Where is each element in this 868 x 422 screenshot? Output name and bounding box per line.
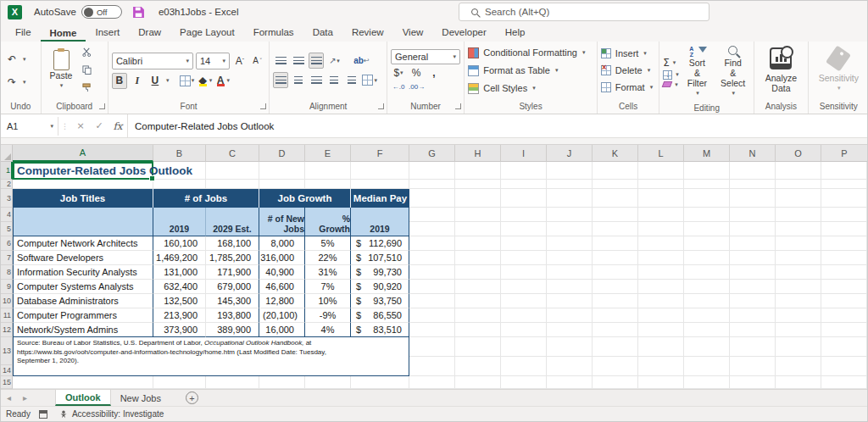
empty-cells[interactable] [409, 280, 868, 294]
cell-2029[interactable]: 389,900 [206, 323, 259, 337]
cell[interactable] [305, 162, 351, 180]
tab-formulas[interactable]: Formulas [244, 25, 303, 42]
tab-page-layout[interactable]: Page Layout [170, 25, 244, 42]
redo-button[interactable]: ↷ [4, 74, 19, 90]
search-input[interactable]: Search (Alt+Q) [459, 3, 709, 21]
cell-job-title[interactable]: Computer Network Architects [13, 236, 153, 251]
save-icon[interactable] [132, 6, 145, 19]
sheet-prev-icon[interactable]: ◂ [1, 393, 17, 403]
subheader-empty[interactable] [13, 208, 153, 236]
format-as-table-button[interactable]: Format as Table▾ [468, 62, 585, 79]
tab-home[interactable]: Home [41, 25, 86, 42]
empty-cells[interactable] [409, 294, 868, 308]
number-dialog-launcher[interactable] [455, 103, 461, 109]
cell-pay[interactable]: $90,920 [351, 280, 409, 294]
source-note-cell[interactable]: Source: Bureau of Labor Statistics, U.S.… [13, 337, 409, 376]
paste-button[interactable]: Paste ▾ [45, 48, 78, 92]
row-header-4[interactable]: 4 [1, 208, 13, 222]
sort-filter-button[interactable]: A Z Sort & Filter▾ [682, 44, 712, 100]
cell-growth[interactable]: 22% [305, 251, 351, 265]
undo-button[interactable]: ↶ [4, 51, 19, 67]
grow-font-button[interactable]: Aˆ [232, 53, 248, 69]
decrease-decimal-button[interactable]: .00→ [409, 82, 425, 92]
cell-new-jobs[interactable]: 46,600 [259, 280, 305, 294]
empty-cells[interactable] [409, 162, 868, 180]
subheader-pay-2019[interactable]: 2019 [351, 208, 409, 236]
align-middle-button[interactable] [291, 53, 306, 69]
cell-growth[interactable]: 10% [305, 294, 351, 308]
sheet-tab-new-jobs[interactable]: New Jobs [111, 390, 170, 406]
cell[interactable] [259, 376, 305, 389]
increase-decimal-button[interactable]: ←.0 [391, 82, 406, 92]
align-top-button[interactable] [273, 53, 288, 69]
column-header-o[interactable]: O [776, 145, 821, 162]
cell-2019[interactable]: 632,400 [153, 280, 206, 294]
bold-button[interactable]: B [112, 73, 127, 89]
clear-button[interactable]: ▾ [663, 81, 679, 88]
cell-2019[interactable]: 160,100 [153, 236, 206, 251]
align-bottom-button[interactable] [309, 53, 324, 69]
cell-2019[interactable]: 131,000 [153, 265, 206, 280]
header-job-growth[interactable]: Job Growth [259, 189, 351, 208]
row-header-12[interactable]: 12 [1, 323, 13, 337]
cell-2019[interactable]: 1,469,200 [153, 251, 206, 265]
macro-record-icon[interactable] [39, 410, 47, 419]
chevron-down-icon[interactable]: ▾ [166, 77, 170, 84]
add-sheet-button[interactable]: + [186, 391, 198, 404]
empty-cells[interactable] [409, 208, 868, 222]
empty-cells[interactable] [409, 265, 868, 280]
insert-function-button[interactable]: fx [108, 120, 127, 132]
chevron-down-icon[interactable]: ▾ [23, 56, 26, 63]
subheader-2019[interactable]: 2019 [153, 208, 206, 236]
column-header-c[interactable]: C [206, 145, 259, 162]
row-header-2[interactable]: 2 [1, 180, 13, 189]
cell-new-jobs[interactable]: 12,800 [259, 294, 305, 308]
tab-draw[interactable]: Draw [129, 25, 170, 42]
empty-cells[interactable] [409, 323, 868, 337]
cell[interactable] [206, 376, 259, 389]
cell-new-jobs[interactable]: 40,900 [259, 265, 305, 280]
fill-color-button[interactable]: ◆▾ [197, 73, 212, 89]
column-header-a[interactable]: A [13, 145, 153, 162]
font-color-button[interactable]: A▾ [214, 73, 230, 89]
cell-growth[interactable]: 31% [305, 265, 351, 280]
cell-2019[interactable]: 132,500 [153, 294, 206, 308]
font-dialog-launcher[interactable] [260, 103, 266, 109]
cell-growth[interactable]: 5% [305, 236, 351, 251]
cell[interactable] [351, 376, 409, 389]
cell-2019[interactable]: 213,900 [153, 308, 206, 323]
subheader-2029[interactable]: 2029 Est. [206, 208, 259, 236]
header-median-pay[interactable]: Median Pay [351, 189, 409, 208]
select-all-corner[interactable] [1, 145, 13, 162]
analyze-data-button[interactable]: Analyze Data [758, 46, 804, 95]
formula-input[interactable]: Computer-Related Jobs Outlook [127, 114, 868, 137]
column-header-g[interactable]: G [409, 145, 455, 162]
tab-view[interactable]: View [393, 25, 433, 42]
font-size-select[interactable]: 14▾ [196, 53, 230, 69]
subheader-new-jobs[interactable]: # of NewJobs [259, 208, 305, 236]
cell[interactable] [351, 180, 409, 189]
column-header-b[interactable]: B [153, 145, 206, 162]
percent-style-button[interactable]: % [409, 67, 424, 80]
cell-2029[interactable]: 1,785,200 [206, 251, 259, 265]
shrink-font-button[interactable]: Aˇ [250, 53, 265, 69]
cell-pay[interactable]: $86,550 [351, 308, 409, 323]
subheader-pct-growth[interactable]: %Growth [305, 208, 351, 236]
cell[interactable] [13, 180, 153, 189]
empty-cells[interactable] [409, 180, 868, 189]
cell[interactable] [259, 162, 305, 180]
find-select-button[interactable]: Find & Select▾ [715, 44, 750, 100]
increase-indent-button[interactable] [344, 72, 359, 88]
empty-cells[interactable] [409, 357, 868, 376]
cell[interactable] [351, 162, 409, 180]
format-cells-button[interactable]: Format▾ [601, 80, 653, 96]
italic-button[interactable]: I [130, 73, 145, 89]
accessibility-status[interactable]: Accessibility: Investigate [72, 409, 164, 419]
fill-button[interactable]: ↓▾ [663, 70, 679, 80]
insert-cells-button[interactable]: Insert▾ [601, 46, 653, 62]
cell-styles-button[interactable]: Cell Styles▾ [468, 80, 585, 97]
column-header-k[interactable]: K [593, 145, 638, 162]
cell-pay[interactable]: $83,510 [351, 323, 409, 337]
row-header-7[interactable]: 7 [1, 251, 13, 265]
cell[interactable] [153, 376, 206, 389]
